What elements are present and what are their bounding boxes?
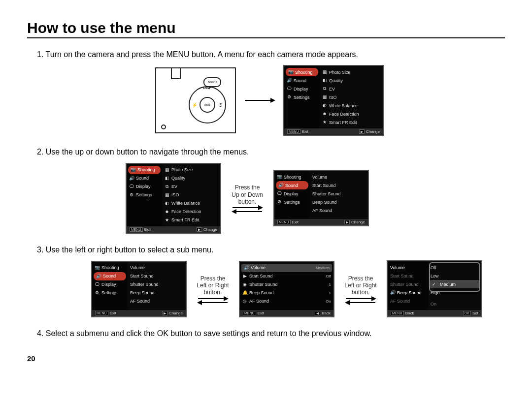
row-beep-sound: 🔔Beep Sound1 — [240, 289, 333, 297]
step1-figure-row: MENU DISP ⚡ ⏱ OK 📷Shooting 🔊Sound 🖵Displ… — [155, 65, 505, 136]
menu-button-icon: MENU — [203, 77, 221, 87]
arrow-right-icon — [233, 207, 262, 208]
screen-sound-values: 🔊VolumeMedium ▶Start SoundOff ◉Shutter S… — [239, 261, 334, 317]
screen-sound-menu: 📷Shooting 🔊Sound 🖵Display ⚙Settings Volu… — [273, 170, 369, 226]
submenu-iso: ▦ISO — [320, 93, 383, 101]
screen-shooting-menu: 📷Shooting 🔊Sound 🖵Display ⚙Settings ▦Pho… — [283, 65, 384, 136]
step-4: 4. Select a submenu and click the OK but… — [37, 328, 505, 339]
screen-sound-menu-2: 📷Shooting 🔊Sound 🖵Display ⚙Settings Volu… — [91, 261, 187, 317]
menu-item-shooting: 📷Shooting — [286, 68, 318, 76]
submenu-ev: ⧉EV — [320, 85, 383, 93]
manual-page: How to use the menu 1. Turn on the camer… — [0, 0, 532, 377]
submenu-face-detection: ☻Face Detection — [320, 110, 383, 118]
ok-button-icon: OK — [200, 97, 215, 113]
page-title: How to use the menu — [27, 20, 505, 38]
nav-ring: DISP ⚡ ⏱ OK — [189, 86, 226, 123]
disp-label: DISP — [203, 86, 211, 90]
leftright-caption-1: Press the Left or Right button. — [191, 275, 235, 303]
page-number: 20 — [27, 354, 505, 363]
option-low: Low — [428, 272, 481, 280]
screen-shooting-menu-2: 📷Shooting 🔊Sound 🖵Display ⚙Settings ▦Pho… — [126, 163, 221, 234]
submenu-quality: ◧Quality — [320, 76, 383, 85]
submenu-photo-size: ▦Photo Size — [320, 68, 383, 76]
step-3: 3. Use the left or right button to selec… — [37, 245, 505, 255]
option-off: Off — [428, 263, 481, 272]
screen-volume-options: Volume Start Sound Shutter Sound 🔊Beep S… — [387, 260, 482, 317]
display-icon: 🖵 — [287, 87, 292, 91]
submenu-white-balance: ◐White Balance — [320, 101, 383, 110]
speaker-icon: 🔊 — [287, 78, 292, 83]
leftright-caption-2: Press the Left or Right button. — [338, 275, 383, 303]
menu-item-settings: ⚙Settings — [284, 93, 320, 101]
step-1: 1. Turn on the camera and press the MENU… — [37, 49, 505, 60]
camera-icon: 📷 — [288, 70, 293, 74]
option-high: High — [428, 288, 481, 297]
arrow-left-icon — [233, 211, 262, 212]
step3-figure-row: 📷Shooting 🔊Sound 🖵Display ⚙Settings Volu… — [91, 260, 505, 317]
row-volume: 🔊VolumeMedium — [241, 264, 332, 272]
menu-item-sound-selected: 🔊Sound — [276, 181, 308, 189]
menu-item-sound: 🔊Sound — [284, 76, 320, 85]
step-2: 2. Use the up or down button to navigate… — [37, 147, 505, 157]
row-af-sound: ◎AF SoundOn — [240, 297, 333, 306]
footer-exit: MENUExit — [287, 129, 308, 134]
submenu-smart-fr: ★Smart FR Edit — [320, 118, 383, 126]
arrow-right-icon — [245, 100, 274, 101]
flash-icon: ⚡ — [192, 102, 198, 108]
footer-change: ▶Change — [359, 129, 380, 134]
option-on: On — [428, 300, 481, 308]
gear-icon: ⚙ — [287, 95, 292, 99]
option-medium: ✓Medium — [430, 280, 480, 288]
timer-icon: ⏱ — [218, 102, 223, 108]
updown-caption: Press the Up or Down button. — [225, 184, 269, 212]
camera-back-diagram: MENU DISP ⚡ ⏱ OK — [155, 67, 236, 133]
row-shutter-sound: ◉Shutter Sound1 — [240, 280, 333, 289]
row-start-sound: ▶Start SoundOff — [240, 272, 333, 280]
menu-item-display: 🖵Display — [284, 85, 320, 93]
step2-figure-row: 📷Shooting 🔊Sound 🖵Display ⚙Settings ▦Pho… — [126, 163, 505, 234]
